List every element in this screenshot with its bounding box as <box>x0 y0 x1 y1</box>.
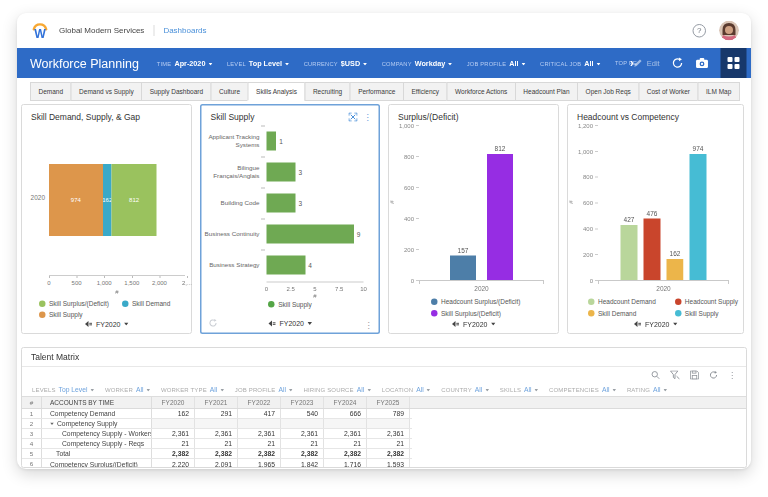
search-icon[interactable] <box>651 371 660 380</box>
chart-panel-headcount-vs-competency[interactable]: Headcount vs Competency # 427476162974 2… <box>567 104 744 334</box>
table-row[interactable]: 1Competency Demand162291417540666789 <box>22 409 412 419</box>
tick-label: 500 <box>72 280 82 287</box>
panel-title: Surplus/(Deficit) <box>398 112 458 122</box>
tick-mark <box>416 249 419 250</box>
filter-value: $USD <box>341 59 360 67</box>
chart-panel-skill-supply[interactable]: Skill Supply ⋮ Applicant Tracking System… <box>200 104 380 334</box>
value-cell: 2,361 <box>324 429 367 438</box>
filter-icon[interactable] <box>670 371 680 380</box>
time-filter[interactable]: FY2020 <box>202 320 379 328</box>
tm-filter-levels[interactable]: LEVELSTop Level <box>32 385 94 393</box>
tab-demand[interactable]: Demand <box>30 82 72 101</box>
chart-legend: Skill Supply <box>202 301 379 309</box>
avatar[interactable] <box>719 21 739 41</box>
toolbar-filter-time[interactable]: TIMEApr-2020 <box>157 59 213 67</box>
toolbar-filter-job-profile[interactable]: JOB PROFILEAll <box>467 59 526 67</box>
tm-filter-worker-type[interactable]: WORKER TYPEAll <box>161 385 224 393</box>
tab-ilm-map[interactable]: ILM Map <box>698 82 740 101</box>
tm-filter-country[interactable]: COUNTRYAll <box>441 385 489 393</box>
tick-label: 200 <box>568 251 593 258</box>
bar-headcount-surplus-deficit-[interactable]: 157 <box>450 256 476 280</box>
column-header-fy2023: FY2023 <box>281 397 324 408</box>
column-header-fy2024: FY2024 <box>324 397 367 408</box>
tick-mark <box>595 203 598 204</box>
tab-demand-vs-supply[interactable]: Demand vs Supply <box>71 82 143 101</box>
filter-label: LOCATION <box>382 386 413 393</box>
tick-label: 600 <box>568 200 593 207</box>
bar-skill-supply[interactable]: 974 <box>690 154 707 280</box>
refresh-icon[interactable] <box>672 57 684 69</box>
bar[interactable] <box>267 256 306 275</box>
tab-culture[interactable]: Culture <box>211 82 249 101</box>
tab-open-job-reqs[interactable]: Open Job Reqs <box>577 82 639 101</box>
bar-skill-demand[interactable]: 162 <box>667 259 684 280</box>
chevron-down-icon <box>220 389 224 392</box>
panel-title: Headcount vs Competency <box>577 112 679 122</box>
tab-workforce-actions[interactable]: Workforce Actions <box>447 82 516 101</box>
expand-icon[interactable] <box>349 113 358 122</box>
toolbar-filter-level[interactable]: LEVELTop Level <box>227 59 289 67</box>
tab-performance[interactable]: Performance <box>350 82 404 101</box>
tick-mark <box>595 228 598 229</box>
tab-skills-analysis[interactable]: Skills Analysis <box>248 82 306 101</box>
tab-supply-dashboard[interactable]: Supply Dashboard <box>141 82 211 101</box>
save-icon[interactable] <box>690 371 699 380</box>
time-filter-value: FY2020 <box>645 320 670 328</box>
tm-filter-rating[interactable]: RATINGAll <box>627 385 667 393</box>
grid-view-button[interactable] <box>721 48 747 78</box>
bar[interactable] <box>267 132 277 151</box>
table-row[interactable]: 5Total2,3822,3822,3822,3822,3822,382 <box>22 449 412 459</box>
tm-filter-competencies[interactable]: COMPETENCIESAll <box>549 385 616 393</box>
chart-panel-surplus-deficit[interactable]: Surplus/(Deficit) # 157812 2020 02004006… <box>388 104 559 334</box>
bar-skill-surplus-deficit-[interactable]: 812 <box>487 154 513 280</box>
more-icon[interactable]: ⋮ <box>365 323 373 329</box>
bar[interactable] <box>267 194 296 213</box>
chart-panel-skill-demand-supply-gap[interactable]: Skill Demand, Supply, & Gap 2020 9741628… <box>21 104 192 334</box>
tm-filter-job-profile[interactable]: JOB PROFILEAll <box>235 385 293 393</box>
tm-filter-skills[interactable]: SKILLSAll <box>500 385 538 393</box>
value-cell: 21 <box>238 439 281 448</box>
tab-recruiting[interactable]: Recruiting <box>304 82 350 101</box>
bar-headcount-demand[interactable]: 427 <box>621 225 638 280</box>
workday-logo[interactable]: W <box>30 21 50 41</box>
bar[interactable] <box>267 163 296 182</box>
toolbar-filter-company[interactable]: COMPANYWorkday <box>382 59 453 67</box>
bar-headcount-supply[interactable]: 476 <box>644 219 661 280</box>
filter-value: All <box>584 59 593 67</box>
edit-button[interactable]: Edit <box>634 59 660 68</box>
help-icon[interactable]: ? <box>693 24 707 38</box>
tick-mark <box>595 125 598 126</box>
time-filter[interactable]: FY2020 <box>22 320 191 328</box>
tm-filter-location[interactable]: LOCATIONAll <box>382 385 430 393</box>
toolbar-filter-critical-job[interactable]: CRITICAL JOBAll <box>540 59 600 67</box>
toolbar-filter-currency[interactable]: CURRENCY$USD <box>304 59 368 67</box>
table-row[interactable]: 2Competency Supply <box>22 419 412 429</box>
legend-label: Skill Supply <box>685 310 719 318</box>
table-row[interactable]: 4Competency Supply - Reqs212121212121 <box>22 439 412 449</box>
table-row[interactable]: 6Competency Surplus/(Deficit)2,2202,0911… <box>22 459 412 468</box>
tab-cost-of-worker[interactable]: Cost of Worker <box>638 82 698 101</box>
tick-label: 1,500 <box>124 280 139 287</box>
category-tick <box>261 157 265 158</box>
bar-segment-skill-surplus-deficit-[interactable]: 812 <box>112 164 157 236</box>
chevron-down-icon <box>491 323 496 326</box>
bar-segment-skill-demand[interactable]: 162 <box>103 164 112 236</box>
camera-icon[interactable] <box>696 58 709 69</box>
table-row[interactable]: 3Competency Supply - Workers2,3612,3612,… <box>22 429 412 439</box>
time-filter[interactable]: FY2020 <box>568 320 743 328</box>
tab-efficiency[interactable]: Efficiency <box>403 82 448 101</box>
value-cell: 2,382 <box>367 449 410 458</box>
more-icon[interactable]: ⋮ <box>364 114 372 120</box>
bar-segment-skill-supply[interactable]: 974 <box>49 164 103 236</box>
refresh-icon[interactable] <box>709 371 718 380</box>
time-filter[interactable]: FY2020 <box>389 320 558 328</box>
tm-filter-worker[interactable]: WORKERAll <box>105 385 150 393</box>
dashboards-link[interactable]: Dashboards <box>163 26 206 35</box>
more-icon[interactable]: ⋮ <box>728 372 736 378</box>
panel-title: Skill Demand, Supply, & Gap <box>31 112 140 122</box>
bar[interactable] <box>267 225 354 244</box>
tab-headcount-plan[interactable]: Headcount Plan <box>515 82 578 101</box>
collapse-caret-icon[interactable] <box>50 422 54 425</box>
bar-row: Applicant Tracking Systems1 <box>202 126 379 157</box>
tm-filter-hiring-source[interactable]: HIRING SOURCEAll <box>303 385 370 393</box>
